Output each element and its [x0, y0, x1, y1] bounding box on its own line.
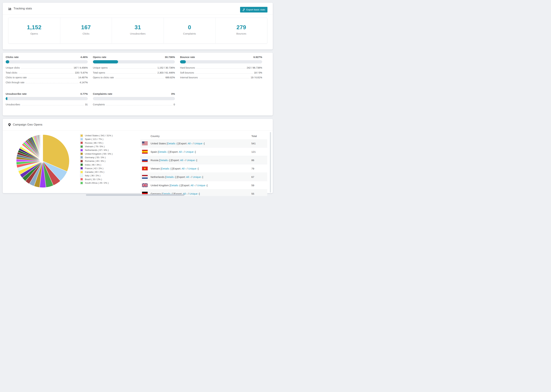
total-value: 59	[251, 184, 254, 187]
rate-value: 4.46%	[80, 56, 88, 59]
export-unique-link[interactable]: Unique ›	[187, 159, 197, 162]
campaign-geo-opens-card: Campaign Geo Opens United States ( 541 /…	[3, 119, 273, 193]
link-separator: /	[186, 167, 188, 170]
country-name: Russia [	[151, 159, 160, 162]
table-row-es: Spain [Details ›] [Export: All › / Uniqu…	[140, 147, 267, 156]
legend-item: Italy ( 36 / 2% )	[80, 174, 113, 177]
rate-row: Complaints0	[93, 103, 175, 106]
export-prefix: ] [Export:	[175, 175, 186, 178]
legend-item: Germany ( 55 / 3% )	[80, 156, 113, 159]
export-unique-link[interactable]: Unique ›	[197, 184, 207, 187]
rate-row-value: 14.497%	[78, 76, 88, 79]
export-all-link[interactable]: All ›	[186, 175, 191, 178]
rate-row-value: 19 / 6.81%	[251, 76, 262, 79]
legend-label: Canada ( 40 / 2% )	[85, 171, 104, 173]
dotted-leader	[197, 68, 246, 69]
progress-bar	[6, 60, 88, 63]
legend-swatch	[80, 182, 83, 184]
legend-item: United States ( 541 / 31% )	[80, 134, 113, 137]
rates-grid: Clicks rate4.46%Unique clicks167 / 4.456…	[6, 56, 262, 108]
legend-item: United Kingdom ( 59 / 3% )	[80, 152, 113, 155]
geo-opens-table: CountryTotalUnited States [Details ›] [E…	[140, 133, 267, 196]
tracking-stats-title: Tracking stats	[14, 7, 32, 10]
export-all-link[interactable]: All ›	[182, 167, 186, 170]
legend-label: Romania ( 49 / 3% )	[85, 160, 106, 162]
total-value: 86	[251, 159, 254, 162]
link-separator: /	[195, 184, 197, 187]
legend-swatch	[80, 170, 83, 173]
rate-title: Complaints rate	[93, 92, 112, 96]
geo-opens-pie-chart	[16, 134, 70, 188]
progress-bar-fill	[6, 60, 9, 63]
rate-row-value: 18 / 0%	[254, 71, 262, 74]
rate-row-value: 4.147%	[80, 81, 88, 84]
details-link[interactable]: Details ›	[160, 159, 169, 162]
export-basic-stats-button[interactable]: Export basic stats	[240, 7, 268, 13]
dotted-leader	[199, 78, 250, 78]
rate-value: 0%	[171, 92, 175, 96]
horizontal-scrollbar-thumb[interactable]	[86, 194, 184, 196]
details-link[interactable]: Details ›	[167, 142, 177, 145]
legend-item: Canada ( 40 / 2% )	[80, 170, 113, 174]
export-all-link[interactable]: All ›	[191, 184, 195, 187]
rates-card: Clicks rate4.46%Unique clicks167 / 4.456…	[3, 53, 273, 115]
export-prefix: ] [Export:	[168, 150, 179, 153]
legend-swatch	[80, 149, 83, 152]
export-unique-link[interactable]: Unique ›	[194, 142, 204, 145]
rate-row: Unsubscribes31	[6, 103, 88, 106]
legend-item: Brazil ( 33 / 2% )	[80, 177, 113, 181]
export-all-link[interactable]: All ›	[180, 159, 185, 162]
rate-row-value: 242 / 86.738%	[247, 67, 262, 69]
details-link[interactable]: Details ›	[170, 184, 180, 187]
bar-chart-icon	[8, 7, 11, 10]
legend-swatch	[80, 152, 83, 155]
rate-block-unsubscribe-rate: Unsubscribe rate0.77%Unsubscribes31	[6, 92, 88, 108]
stat-value: 167	[60, 24, 112, 31]
legend-swatch	[80, 163, 83, 166]
export-unique-link[interactable]: Unique ›	[185, 150, 195, 153]
country-cell: Vietnam [Details ›] [Export: All › / Uni…	[151, 167, 199, 170]
rate-row: Internal bounces19 / 6.81%	[180, 76, 262, 79]
link-separator: /	[187, 192, 190, 195]
export-unique-link[interactable]: Unique ›	[190, 192, 199, 195]
legend-item: Spain ( 121 / 7% )	[80, 137, 113, 141]
stat-value: 1,152	[8, 24, 60, 31]
country-name: Netherlands [	[151, 175, 166, 178]
country-name: Spain [	[151, 150, 159, 153]
export-all-link[interactable]: All ›	[188, 142, 192, 145]
legend-swatch	[80, 160, 83, 162]
bracket-close: ]	[197, 159, 197, 162]
rate-row-label: Hard bounces	[180, 67, 195, 69]
dotted-leader	[106, 73, 156, 74]
progress-bar	[6, 97, 88, 100]
legend-label: Russia ( 86 / 5% )	[85, 142, 103, 144]
rate-row: Total clicks220 / 5.87%	[6, 71, 88, 74]
legend-label: Netherlands ( 67 / 4% )	[85, 149, 109, 151]
export-all-link[interactable]: All ›	[179, 150, 183, 153]
table-vertical-scrollbar[interactable]	[270, 132, 271, 193]
progress-bar	[93, 97, 175, 100]
details-link[interactable]: Details ›	[161, 167, 171, 170]
legend-swatch	[80, 145, 83, 148]
bracket-close: ]	[195, 150, 196, 153]
details-link[interactable]: Details ›	[159, 150, 168, 153]
legend-item: Romania ( 49 / 3% )	[80, 159, 113, 163]
stat-label: Clicks	[60, 32, 112, 35]
export-prefix: ] [Export:	[171, 167, 182, 170]
legend-item: France ( 42 / 2% )	[80, 167, 113, 170]
legend-swatch	[80, 134, 83, 137]
details-link[interactable]: Details ›	[166, 175, 175, 178]
pie-slice	[42, 135, 43, 161]
export-unique-link[interactable]: Unique ›	[193, 175, 202, 178]
export-unique-link[interactable]: Unique ›	[188, 167, 198, 170]
rate-row: Opens to clicks rate689.82%	[93, 76, 175, 79]
legend-swatch	[80, 138, 83, 140]
rate-row: Unique opens1,152 / 30.736%	[93, 67, 175, 69]
rate-row: Soft bounces18 / 0%	[180, 71, 262, 74]
rate-value: 30.736%	[165, 56, 175, 59]
country-name: United States [	[151, 142, 167, 145]
legend-item: India ( 46 / 3% )	[80, 163, 113, 166]
rate-title: Bounce rate	[180, 56, 195, 59]
geo-content: United States ( 541 / 31% )Spain ( 121 /…	[8, 131, 267, 193]
rate-row: Total opens2,303 / 61.446%	[93, 71, 175, 74]
